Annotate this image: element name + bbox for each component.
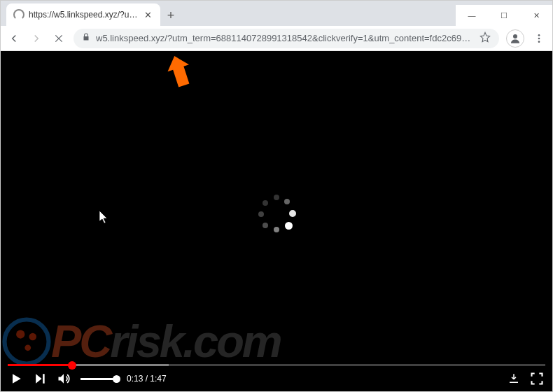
- bookmark-star-icon[interactable]: [479, 31, 491, 45]
- svg-point-4: [5, 319, 49, 363]
- video-controls: 0:13 / 1:47: [1, 366, 552, 391]
- volume-slider[interactable]: [80, 378, 117, 380]
- svg-point-5: [16, 330, 24, 338]
- tab-title: https://w5.linkspeed.xyz/?utm_te: [29, 10, 138, 20]
- volume-button[interactable]: [57, 372, 71, 386]
- svg-point-0: [513, 34, 517, 38]
- next-button[interactable]: [33, 372, 47, 386]
- svg-point-1: [538, 34, 540, 36]
- profile-avatar-button[interactable]: [506, 29, 524, 48]
- page-content: PCrisk.com 0:13 / 1:47: [1, 51, 552, 391]
- arrow-annotation-icon: [164, 52, 206, 94]
- toolbar: w5.linkspeed.xyz/?utm_term=6881140728991…: [1, 26, 552, 51]
- lock-icon: [82, 32, 90, 44]
- svg-point-3: [538, 41, 540, 43]
- svg-point-7: [24, 344, 31, 351]
- back-button[interactable]: [6, 31, 22, 46]
- address-bar[interactable]: w5.linkspeed.xyz/?utm_term=6881140728991…: [74, 29, 499, 48]
- progress-played: [8, 364, 72, 366]
- video-load-spinner-icon: [257, 195, 296, 234]
- svg-point-6: [29, 332, 37, 340]
- stop-reload-button[interactable]: [51, 31, 66, 46]
- browser-window: https://w5.linkspeed.xyz/?utm_te ✕ + — ☐…: [0, 0, 553, 392]
- tab-strip: https://w5.linkspeed.xyz/?utm_te ✕ + — ☐…: [1, 1, 552, 26]
- svg-point-2: [538, 37, 540, 39]
- browser-tab[interactable]: https://w5.linkspeed.xyz/?utm_te ✕: [6, 4, 160, 26]
- watermark-logo-icon: [2, 317, 51, 366]
- forward-button[interactable]: [29, 31, 44, 46]
- loading-spinner-icon: [13, 9, 24, 20]
- watermark: PCrisk.com: [1, 315, 552, 368]
- progress-bar[interactable]: [8, 364, 545, 366]
- tab-close-button[interactable]: ✕: [142, 10, 153, 20]
- menu-button[interactable]: [531, 31, 547, 46]
- watermark-text: PCrisk.com: [51, 315, 281, 368]
- window-minimize-button[interactable]: —: [456, 5, 488, 26]
- window-maximize-button[interactable]: ☐: [488, 5, 520, 26]
- time-display: 0:13 / 1:47: [127, 374, 167, 384]
- window-close-button[interactable]: ✕: [520, 5, 552, 26]
- new-tab-button[interactable]: +: [160, 5, 181, 26]
- cursor-icon: [99, 211, 109, 225]
- url-text: w5.linkspeed.xyz/?utm_term=6881140728991…: [96, 33, 474, 43]
- play-button[interactable]: [9, 372, 23, 386]
- fullscreen-button[interactable]: [530, 372, 544, 386]
- download-button[interactable]: [507, 372, 520, 385]
